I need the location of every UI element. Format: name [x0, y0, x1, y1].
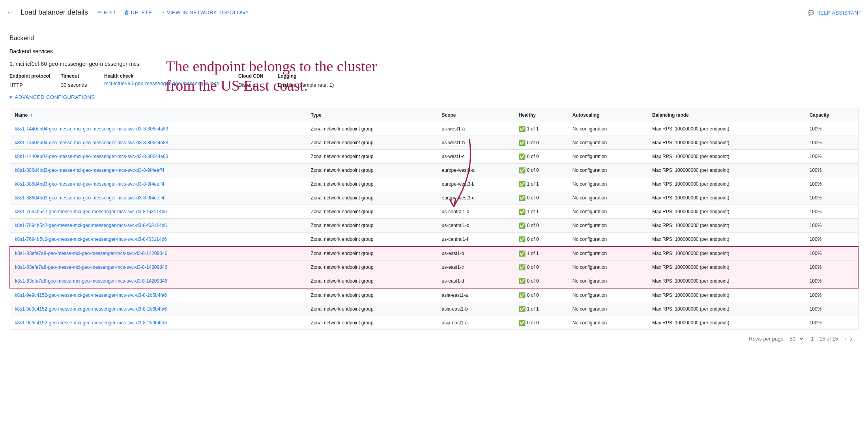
- table-row: k8s1-386d4bd3-geo-messe-mci-geo-messenge…: [10, 177, 858, 191]
- cell-balancing: Max RPS: 100000000 (per endpoint): [647, 246, 805, 261]
- endpoint-link[interactable]: k8s1-1440eb04-geo-messe-mci-geo-messenge…: [15, 154, 168, 159]
- edit-button[interactable]: ✏ EDIT: [97, 9, 116, 15]
- endpoint-link[interactable]: k8s1-9e9c4152-geo-messe-mci-geo-messenge…: [15, 320, 167, 326]
- cell-type: Zonal network endpoint group: [306, 302, 437, 316]
- cell-capacity: 100%: [805, 274, 858, 289]
- endpoints-table: Name ↑ Type Scope Healthy Autoscaling Ba…: [9, 108, 859, 330]
- endpoint-link[interactable]: k8s1-9e9c4152-geo-messe-mci-geo-messenge…: [15, 306, 167, 312]
- cell-name: k8s1-1440eb04-geo-messe-mci-geo-messenge…: [10, 122, 306, 136]
- cell-name: k8s1-9e9c4152-geo-messe-mci-geo-messenge…: [10, 302, 306, 316]
- table-row: k8s1-1440eb04-geo-messe-mci-geo-messenge…: [10, 136, 858, 150]
- cell-autoscaling: No configuration: [568, 274, 647, 289]
- cell-balancing: Max RPS: 100000000 (per endpoint): [647, 136, 805, 150]
- cell-type: Zonal network endpoint group: [306, 246, 437, 261]
- cell-type: Zonal network endpoint group: [306, 122, 437, 136]
- subsection-title: Backend services: [9, 48, 859, 54]
- endpoint-link[interactable]: k8s1-386d4bd3-geo-messe-mci-geo-messenge…: [15, 195, 165, 201]
- endpoint-link[interactable]: k8s1-83efa7a8-geo-messe-mci-geo-messenge…: [15, 278, 167, 284]
- view-topology-button[interactable]: → VIEW IN NETWORK TOPOLOGY: [160, 9, 249, 15]
- cell-balancing: Max RPS: 100000000 (per endpoint): [647, 191, 805, 205]
- meta-header-logging: Logging Enabled (sample rate: 1): [278, 72, 357, 89]
- col-header-type[interactable]: Type: [306, 108, 437, 122]
- cell-type: Zonal network endpoint group: [306, 164, 437, 177]
- col-header-autoscaling[interactable]: Autoscaling: [568, 108, 647, 122]
- cell-autoscaling: No configuration: [568, 164, 647, 177]
- endpoint-link[interactable]: k8s1-7694b5c2-geo-messe-mci-geo-messenge…: [15, 236, 167, 242]
- cell-capacity: 100%: [805, 150, 858, 164]
- table-row: k8s1-7694b5c2-geo-messe-mci-geo-messenge…: [10, 233, 858, 247]
- endpoint-link[interactable]: k8s1-1440eb04-geo-messe-mci-geo-messenge…: [15, 140, 168, 145]
- cell-scope: europe-west3-b: [437, 177, 514, 191]
- cell-name: k8s1-7694b5c2-geo-messe-mci-geo-messenge…: [10, 219, 306, 233]
- endpoint-link[interactable]: k8s1-7694b5c2-geo-messe-mci-geo-messenge…: [15, 223, 167, 228]
- page-title: Load balancer details: [21, 8, 88, 17]
- table-row: k8s1-386d4bd3-geo-messe-mci-geo-messenge…: [10, 164, 858, 177]
- cell-scope: europe-west3-a: [437, 164, 514, 177]
- service-name: 1. mci-icf0el-80-geo-messenger-geo-messe…: [9, 61, 859, 67]
- cell-name: k8s1-386d4bd3-geo-messe-mci-geo-messenge…: [10, 164, 306, 177]
- table-row: k8s1-9e9c4152-geo-messe-mci-geo-messenge…: [10, 302, 858, 316]
- health-check-link[interactable]: mci-icf0el-80-geo-messenger-geo-messenge…: [104, 80, 219, 86]
- cell-balancing: Max RPS: 100000000 (per endpoint): [647, 205, 805, 219]
- cell-type: Zonal network endpoint group: [306, 136, 437, 150]
- pagination-nav: ‹ ›: [844, 335, 852, 343]
- cell-capacity: 100%: [805, 233, 858, 247]
- arrow-right-icon: →: [160, 9, 165, 15]
- cell-balancing: Max RPS: 100000000 (per endpoint): [647, 150, 805, 164]
- table-row: k8s1-9e9c4152-geo-messe-mci-geo-messenge…: [10, 288, 858, 302]
- cell-healthy: ✅ 0 of 0: [514, 164, 568, 177]
- endpoint-link[interactable]: k8s1-83efa7a8-geo-messe-mci-geo-messenge…: [15, 251, 167, 256]
- help-assistant-button[interactable]: 💬 HELP ASSISTANT: [808, 9, 862, 15]
- rows-per-page: Rows per page: 50 25 100: [749, 335, 804, 342]
- cell-autoscaling: No configuration: [568, 246, 647, 261]
- col-header-healthy[interactable]: Healthy: [514, 108, 568, 122]
- cell-type: Zonal network endpoint group: [306, 316, 437, 330]
- cell-healthy: ✅ 1 of 1: [514, 122, 568, 136]
- endpoint-link[interactable]: k8s1-386d4bd3-geo-messe-mci-geo-messenge…: [15, 168, 165, 173]
- cell-name: k8s1-83efa7a8-geo-messe-mci-geo-messenge…: [10, 261, 306, 274]
- table-row: k8s1-386d4bd3-geo-messe-mci-geo-messenge…: [10, 191, 858, 205]
- next-page-button[interactable]: ›: [850, 335, 852, 343]
- endpoint-link[interactable]: k8s1-83efa7a8-geo-messe-mci-geo-messenge…: [15, 264, 167, 270]
- endpoint-link[interactable]: k8s1-7694b5c2-geo-messe-mci-geo-messenge…: [15, 209, 167, 214]
- endpoint-link[interactable]: k8s1-1440eb04-geo-messe-mci-geo-messenge…: [15, 126, 168, 132]
- chevron-down-icon: ▾: [9, 94, 13, 100]
- col-header-name[interactable]: Name ↑: [10, 108, 306, 122]
- cell-type: Zonal network endpoint group: [306, 205, 437, 219]
- cell-scope: asia-east1-c: [437, 316, 514, 330]
- cell-capacity: 100%: [805, 177, 858, 191]
- cell-name: k8s1-386d4bd3-geo-messe-mci-geo-messenge…: [10, 177, 306, 191]
- cell-healthy: ✅ 0 of 0: [514, 261, 568, 274]
- col-header-scope[interactable]: Scope: [437, 108, 514, 122]
- col-header-balancing[interactable]: Balancing mode: [647, 108, 805, 122]
- cell-balancing: Max RPS: 100000000 (per endpoint): [647, 164, 805, 177]
- table-row: k8s1-7694b5c2-geo-messe-mci-geo-messenge…: [10, 205, 858, 219]
- advanced-configurations-toggle[interactable]: ▾ ADVANCED CONFIGURATIONS: [9, 94, 859, 100]
- cell-scope: us-east1-b: [437, 246, 514, 261]
- cell-scope: us-east1-c: [437, 261, 514, 274]
- delete-button[interactable]: 🗑 DELETE: [124, 9, 152, 15]
- cell-autoscaling: No configuration: [568, 219, 647, 233]
- cell-healthy: ✅ 1 of 1: [514, 177, 568, 191]
- content-area: The endpoint belongs to the cluster from…: [0, 25, 868, 357]
- cell-autoscaling: No configuration: [568, 302, 647, 316]
- cell-balancing: Max RPS: 100000000 (per endpoint): [647, 177, 805, 191]
- back-button[interactable]: ←: [6, 8, 14, 17]
- meta-header-health: Health check mci-icf0el-80-geo-messenger…: [104, 72, 238, 89]
- cell-balancing: Max RPS: 100000000 (per endpoint): [647, 233, 805, 247]
- pagination-bar: Rows per page: 50 25 100 1 – 15 of 15 ‹ …: [9, 330, 859, 348]
- prev-page-button[interactable]: ‹: [844, 335, 847, 343]
- col-header-capacity[interactable]: Capacity: [805, 108, 858, 122]
- cell-scope: us-central1-a: [437, 205, 514, 219]
- cell-balancing: Max RPS: 100000000 (per endpoint): [647, 316, 805, 330]
- cell-autoscaling: No configuration: [568, 288, 647, 302]
- cell-healthy: ✅ 0 of 0: [514, 316, 568, 330]
- section-title: Backend: [9, 35, 859, 42]
- cell-capacity: 100%: [805, 136, 858, 150]
- help-icon: 💬: [808, 9, 814, 15]
- cell-capacity: 100%: [805, 302, 858, 316]
- endpoint-link[interactable]: k8s1-9e9c4152-geo-messe-mci-geo-messenge…: [15, 292, 167, 298]
- cell-capacity: 100%: [805, 164, 858, 177]
- endpoint-link[interactable]: k8s1-386d4bd3-geo-messe-mci-geo-messenge…: [15, 181, 165, 187]
- rows-per-page-select[interactable]: 50 25 100: [788, 335, 804, 342]
